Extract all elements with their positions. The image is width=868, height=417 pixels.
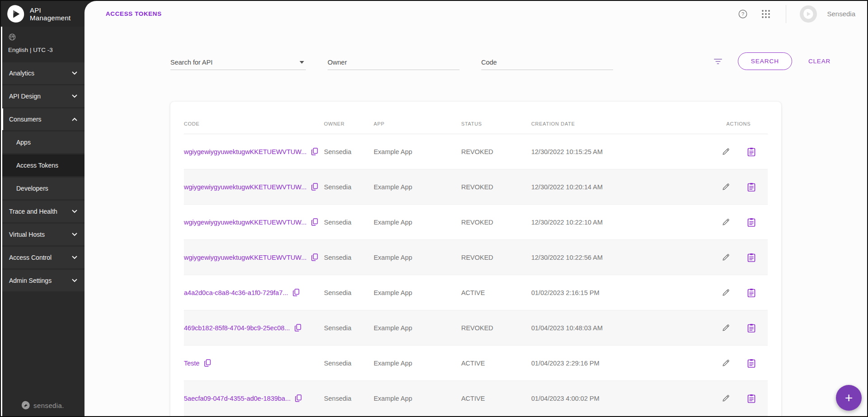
- edit-token-button[interactable]: [720, 216, 732, 228]
- search-button[interactable]: SEARCH: [738, 52, 792, 70]
- add-token-fab[interactable]: +: [836, 385, 862, 411]
- sidebar-item-analytics[interactable]: Analytics: [1, 62, 84, 84]
- copy-code-button[interactable]: [294, 394, 303, 403]
- token-details-button[interactable]: [746, 392, 757, 405]
- copy-code-button[interactable]: [203, 358, 212, 368]
- cell-actions: [709, 145, 768, 158]
- token-code-link[interactable]: wgiygewiygyuwektugwKKETUEWVTUW...: [184, 148, 307, 155]
- cell-code: 469cb182-85f8-4704-9bc9-25ec08...: [184, 323, 324, 333]
- column-header-app: APP: [374, 121, 461, 127]
- cell-creation-date: 12/30/2022 10:22:10 AM: [531, 219, 709, 226]
- sidebar-item-apps[interactable]: Apps: [1, 131, 84, 153]
- token-details-button[interactable]: [746, 322, 757, 334]
- table-body: wgiygewiygyuwektugwKKETUEWVTUW... Sensed…: [184, 134, 768, 416]
- copy-code-button[interactable]: [294, 323, 302, 333]
- chevron-down-icon: [72, 94, 77, 98]
- cell-owner: Sensedia: [324, 219, 374, 226]
- cell-owner: Sensedia: [324, 289, 374, 296]
- edit-token-button[interactable]: [720, 181, 732, 193]
- cell-status: ACTIVE: [461, 360, 531, 367]
- sidebar-item-trace-and-health[interactable]: Trace and Health: [1, 201, 84, 222]
- token-code-link[interactable]: wgiygewiygyuwektugwKKETUEWVTUW...: [184, 254, 307, 261]
- copy-code-button[interactable]: [310, 217, 319, 227]
- token-details-button[interactable]: [746, 216, 757, 229]
- sidebar-footer-brand: sensedia.: [1, 401, 84, 410]
- token-details-button[interactable]: [746, 181, 757, 193]
- topbar-right: ?: [736, 5, 855, 23]
- sidebar-item-developers[interactable]: Developers: [1, 178, 84, 199]
- clipboard-icon: [747, 359, 755, 368]
- token-row: wgiygewiygyuwektugwKKETUEWVTUW... Sensed…: [184, 240, 768, 275]
- edit-token-button[interactable]: [720, 145, 732, 158]
- cell-owner: Sensedia: [324, 254, 374, 261]
- token-details-button[interactable]: [746, 357, 757, 370]
- user-avatar[interactable]: [800, 5, 817, 23]
- select-caret-icon: [300, 61, 304, 64]
- clear-button[interactable]: CLEAR: [806, 53, 833, 69]
- pencil-icon: [722, 323, 730, 332]
- filter-actions: SEARCH CLEAR: [712, 52, 833, 70]
- copy-icon: [311, 183, 318, 191]
- token-row: wgiygewiygyuwektugwKKETUEWVTUW... Sensed…: [184, 169, 768, 205]
- column-header-creation-date: CREATION DATE: [531, 121, 709, 127]
- edit-token-button[interactable]: [720, 392, 732, 404]
- cell-code: wgiygewiygyuwektugwKKETUEWVTUW...: [184, 147, 324, 156]
- token-row: Teste Sensedia Example App ACTIVE 01/04/…: [184, 346, 768, 381]
- filter-list-button[interactable]: [712, 56, 724, 67]
- cell-creation-date: 01/02/2023 2:16:15 PM: [531, 289, 709, 296]
- token-details-button[interactable]: [746, 286, 757, 299]
- sidebar-item-virtual-hosts[interactable]: Virtual Hosts: [1, 224, 84, 245]
- owner-input[interactable]: [328, 59, 460, 66]
- sidebar-nav: Analytics API Design Consumers Apps Acce…: [1, 62, 84, 291]
- sidebar-item-access-control[interactable]: Access Control: [1, 247, 84, 268]
- cell-owner: Sensedia: [324, 395, 374, 402]
- token-code-link[interactable]: a4a2d0ca-c8a8-4c36-a1f0-729fa7...: [184, 289, 288, 296]
- sidebar-item-admin-settings[interactable]: Admin Settings: [1, 270, 84, 291]
- sidebar-item-api-design[interactable]: API Design: [1, 85, 84, 107]
- pencil-icon: [722, 253, 730, 262]
- token-code-link[interactable]: wgiygewiygyuwektugwKKETUEWVTUW...: [184, 219, 307, 226]
- plus-icon: +: [845, 391, 853, 405]
- cell-creation-date: 12/30/2022 10:20:14 AM: [531, 183, 709, 191]
- code-input[interactable]: [481, 59, 613, 66]
- api-select[interactable]: Search for API: [170, 55, 306, 70]
- copy-code-button[interactable]: [310, 253, 319, 262]
- filter-bar: Search for API: [170, 48, 833, 70]
- sidebar-item-access-tokens[interactable]: Access Tokens: [1, 155, 84, 176]
- token-code-link[interactable]: wgiygewiygyuwektugwKKETUEWVTUW...: [184, 183, 307, 191]
- pencil-icon: [722, 147, 730, 156]
- locale-selector[interactable]: English | UTC -3: [1, 27, 84, 58]
- help-button[interactable]: ?: [736, 7, 750, 21]
- token-details-button[interactable]: [746, 251, 757, 264]
- copy-code-button[interactable]: [310, 147, 319, 156]
- copy-icon: [204, 359, 211, 367]
- edit-token-button[interactable]: [720, 286, 732, 299]
- sidebar-item-consumers[interactable]: Consumers: [1, 108, 84, 130]
- edit-token-button[interactable]: [720, 322, 732, 334]
- copy-icon: [295, 394, 302, 402]
- chevron-down-icon: [72, 279, 77, 282]
- cell-app: Example App: [374, 183, 461, 191]
- copy-icon: [311, 218, 318, 226]
- cell-app: Example App: [374, 148, 461, 155]
- edit-token-button[interactable]: [720, 251, 732, 263]
- apps-grid-button[interactable]: [760, 8, 772, 20]
- token-details-button[interactable]: [746, 145, 757, 158]
- copy-code-button[interactable]: [310, 182, 319, 192]
- token-code-link[interactable]: 469cb182-85f8-4704-9bc9-25ec08...: [184, 324, 290, 332]
- cell-creation-date: 01/04/2023 2:29:16 PM: [531, 360, 709, 367]
- cell-code: wgiygewiygyuwektugwKKETUEWVTUW...: [184, 217, 324, 227]
- pencil-icon: [722, 394, 730, 403]
- cell-actions: [709, 251, 768, 264]
- topbar: ACCESS TOKENS ?: [84, 1, 867, 27]
- edit-token-button[interactable]: [720, 357, 732, 369]
- token-code-link[interactable]: 5aecfa09-047d-4355-ad0e-1839ba...: [184, 395, 291, 402]
- cell-status: REVOKED: [461, 183, 531, 191]
- column-header-status: STATUS: [461, 121, 531, 127]
- cell-app: Example App: [374, 254, 461, 261]
- copy-code-button[interactable]: [292, 288, 300, 297]
- cell-creation-date: 12/30/2022 10:22:56 AM: [531, 254, 709, 261]
- token-code-link[interactable]: Teste: [184, 360, 200, 367]
- copy-icon: [295, 324, 301, 332]
- cell-code: a4a2d0ca-c8a8-4c36-a1f0-729fa7...: [184, 288, 324, 297]
